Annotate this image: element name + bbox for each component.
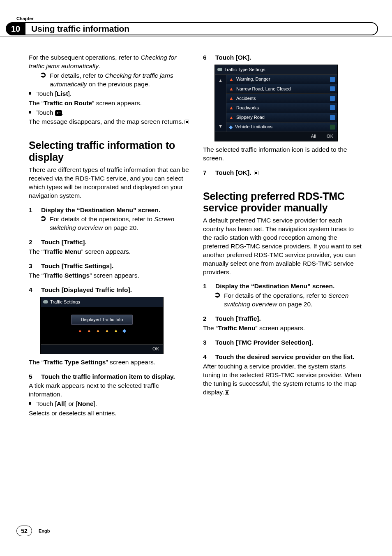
step-4-text: Touch [Displayed Traffic Info].	[41, 286, 132, 294]
traffic-route-appears: The “Traffic on Route” screen appears.	[29, 99, 189, 108]
ss2-all-button[interactable]: All	[311, 133, 316, 139]
step-num: 1	[203, 282, 209, 291]
step-5-text: Touch the traffic information item to di…	[41, 373, 175, 381]
s2a-pre: The “	[29, 248, 44, 255]
r-step-1-xref: ➲ For details of the operations, refer t…	[214, 292, 363, 309]
list-item[interactable]: ▲Roadworks	[226, 103, 337, 113]
intro-suffix: .	[99, 63, 100, 70]
s7-text: Touch [OK].	[215, 169, 251, 176]
ss1a-post: ” screen appears.	[106, 359, 156, 366]
warning-icon: ▲	[229, 95, 234, 102]
ss1a-bold: Traffic Type Settings	[44, 359, 106, 366]
step-3-after: The “Traffic Settings” screen appears.	[29, 271, 189, 280]
list-item[interactable]: ▲Narrow Road, Lane Closed	[226, 84, 337, 94]
msg-disappears: The message disappears, and the map scre…	[29, 118, 189, 126]
end-of-section-icon	[254, 171, 258, 175]
page-number: 52	[16, 526, 32, 536]
tb-pre: Touch	[36, 109, 55, 116]
r-step-4-text: Touch the desired service provider on th…	[215, 353, 354, 361]
step-num: 1	[29, 206, 35, 215]
intro-prefix: For the subsequent operations, refer to	[29, 54, 141, 61]
step-num: 3	[203, 338, 209, 347]
list-item[interactable]: ◆Vehicle Limitations	[226, 123, 337, 132]
checkbox-icon[interactable]	[330, 86, 335, 91]
checkbox-icon[interactable]	[330, 96, 335, 101]
warning-icon: ▲	[104, 327, 109, 334]
step-3: 3 Touch [Traffic Settings].	[29, 262, 189, 271]
ss1-ok-button[interactable]: OK	[152, 346, 159, 352]
rds-tmc-body: A default preferred TMC service provider…	[203, 216, 363, 276]
ss1-footer: OK	[41, 344, 163, 354]
step-3-text: Touch [Traffic Settings].	[41, 262, 113, 271]
step-1-text: Display the “Destination Menu” screen.	[41, 206, 160, 215]
heading-selecting-traffic-info: Selecting traffic information to display	[29, 139, 189, 163]
xref-arrow-icon: ➲	[40, 213, 46, 234]
cloud-icon	[43, 300, 48, 303]
step-5-after: A tick mark appears next to the selected…	[29, 382, 189, 399]
bullet-touch-list: Touch [List].	[29, 90, 189, 98]
an-all: All	[57, 400, 65, 407]
rs2a-post: ” screen appears.	[255, 324, 305, 331]
checkbox-icon[interactable]	[330, 77, 335, 82]
step-num: 5	[29, 373, 35, 381]
checkbox-icon[interactable]	[330, 115, 335, 120]
s2a-bold: Traffic Menu	[44, 248, 81, 255]
page-header: Chapter 10 Using traffic information	[0, 0, 392, 37]
info-icon: ◆	[229, 124, 233, 130]
r-step-4: 4 Touch the desired service provider on …	[203, 353, 363, 361]
warning-icon: ▲	[96, 327, 101, 334]
ss2-ok-button[interactable]: OK	[327, 133, 333, 139]
end-of-section-icon	[225, 390, 229, 395]
all-none-text: Touch [All] or [None].	[36, 400, 97, 408]
bullet-touch-back: Touch ↩.	[29, 109, 189, 117]
ss1-body: Displayed Traffic Info ▲ ▲ ▲ ▲ ▲ ◆	[41, 307, 163, 344]
step-num: 2	[203, 315, 209, 323]
list-item[interactable]: ▲Warning, Danger	[226, 75, 337, 84]
info-icon: ◆	[122, 327, 126, 334]
bullet-square-icon	[29, 402, 31, 405]
tl-pre: Touch [	[36, 90, 57, 97]
screenshot-traffic-settings: Traffic Settings Displayed Traffic Info …	[40, 297, 189, 354]
checkbox-icon[interactable]	[330, 125, 335, 130]
step-num: 7	[203, 169, 209, 177]
scroll-up-icon[interactable]: ▴	[219, 76, 222, 84]
bullet-square-icon	[29, 92, 31, 95]
chapter-title-wrap: Using traffic information	[25, 22, 378, 35]
tl-post: ].	[68, 90, 72, 97]
tr-bold: Traffic on Route	[44, 100, 92, 107]
step-4: 4 Touch [Displayed Traffic Info].	[29, 286, 189, 294]
chapter-title: Using traffic information	[31, 23, 129, 35]
r-step-1: 1 Display the “Destination Menu” screen.	[203, 282, 363, 291]
ss2-rows: ▲Warning, Danger ▲Narrow Road, Lane Clos…	[226, 75, 337, 132]
scroll-down-icon[interactable]: ▾	[219, 122, 222, 130]
row-label: Slippery Road	[236, 114, 265, 120]
after-ss2: The selected traffic information icon is…	[203, 146, 363, 163]
xref1-pre: For details, refer to	[50, 72, 105, 79]
r-step-3: 3 Touch [TMC Provider Selection].	[203, 338, 363, 347]
selecting-traffic-body: There are different types of traffic inf…	[29, 166, 189, 200]
traffic-type-settings-image: Traffic Type Settings ▴ ▾ ▲Warning, Dang…	[214, 65, 338, 141]
displayed-traffic-info-button[interactable]: Displayed Traffic Info	[71, 315, 133, 325]
ss1-icons-row: ▲ ▲ ▲ ▲ ▲ ◆	[44, 327, 160, 334]
step-num: 6	[203, 53, 209, 62]
list-item[interactable]: ▲Accidents	[226, 94, 337, 103]
row-label: Warning, Danger	[236, 76, 270, 82]
step-1-xref-text: For details of the operations, refer to …	[50, 215, 189, 232]
r-step-2: 2 Touch [Traffic].	[203, 315, 363, 323]
step-num: 4	[29, 286, 35, 294]
list-item[interactable]: ▲Slippery Road	[226, 113, 337, 123]
warning-icon: ▲	[229, 76, 234, 83]
s1-pre: For details of the operations, refer to	[50, 215, 154, 222]
ss2-title: Traffic Type Settings	[224, 67, 265, 73]
xref-1: ➲ For details, refer to Checking for tra…	[40, 72, 189, 89]
an-pre: Touch [	[36, 400, 57, 407]
checkbox-icon[interactable]	[330, 105, 335, 110]
an-mid: ] or [	[65, 400, 78, 407]
step-num: 3	[29, 262, 35, 271]
row-label: Narrow Road, Lane Closed	[236, 86, 291, 92]
msg-dis-text: The message disappears, and the map scre…	[29, 118, 184, 125]
rs1-post: on page 20.	[277, 301, 312, 308]
r-step-1-text: Display the “Destination Menu” screen.	[215, 282, 334, 291]
ss2-scrollbar[interactable]: ▴ ▾	[215, 75, 226, 132]
ss1-titlebar: Traffic Settings	[41, 297, 163, 307]
